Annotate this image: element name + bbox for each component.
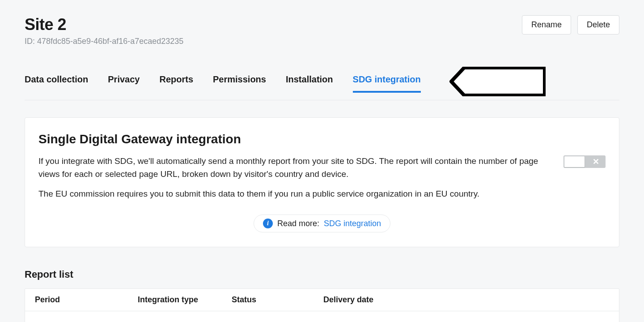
col-period: Period xyxy=(35,295,138,305)
col-status: Status xyxy=(232,295,323,305)
table-header: Period Integration type Status Delivery … xyxy=(25,289,619,311)
read-more-link[interactable]: SDG integration xyxy=(324,219,381,228)
tab-permissions[interactable]: Permissions xyxy=(213,74,266,93)
info-icon: i xyxy=(263,219,273,228)
toggle-knob xyxy=(564,156,585,167)
rename-button[interactable]: Rename xyxy=(522,15,571,34)
site-id-value: 478fdc85-a5e9-46bf-af16-a7ecaed23235 xyxy=(37,37,183,46)
card-paragraph-2: The EU commission requires you to submit… xyxy=(38,187,546,200)
tab-installation[interactable]: Installation xyxy=(286,74,333,93)
tab-reports[interactable]: Reports xyxy=(159,74,193,93)
col-integration-type: Integration type xyxy=(138,295,232,305)
sdg-toggle[interactable]: ✕ xyxy=(564,155,606,168)
tabs-bar: Data collection Privacy Reports Permissi… xyxy=(25,67,619,100)
read-more-pill: i Read more: SDG integration xyxy=(254,215,390,232)
table-empty-message: No reports yet xyxy=(25,311,619,322)
report-list-title: Report list xyxy=(25,269,619,280)
page-title: Site 2 xyxy=(25,15,183,34)
tab-privacy[interactable]: Privacy xyxy=(108,74,140,93)
card-paragraph-1: If you integrate with SDG, we'll automat… xyxy=(38,155,546,181)
tab-sdg-integration[interactable]: SDG integration xyxy=(353,74,421,93)
sdg-card: Single Digital Gateway integration If yo… xyxy=(25,117,619,247)
delete-button[interactable]: Delete xyxy=(577,15,619,34)
toggle-off-icon: ✕ xyxy=(593,157,599,167)
pointer-arrow-icon xyxy=(449,67,546,98)
col-delivery-date: Delivery date xyxy=(323,295,609,305)
site-id: ID: 478fdc85-a5e9-46bf-af16-a7ecaed23235 xyxy=(25,37,183,46)
site-id-label: ID: xyxy=(25,37,35,46)
tab-data-collection[interactable]: Data collection xyxy=(25,74,88,93)
report-table: Period Integration type Status Delivery … xyxy=(25,288,619,322)
card-title: Single Digital Gateway integration xyxy=(38,132,606,146)
read-more-label: Read more: xyxy=(277,219,319,228)
